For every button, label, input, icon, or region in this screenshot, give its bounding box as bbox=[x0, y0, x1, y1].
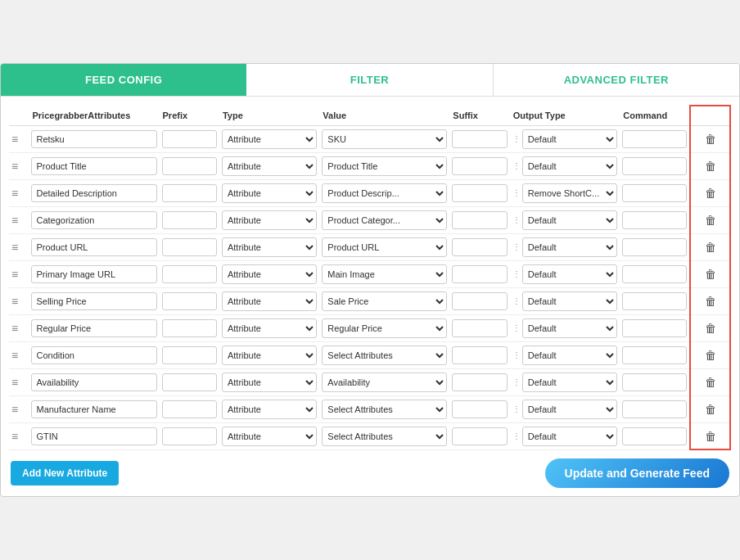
delete-row-button[interactable]: 🗑 bbox=[693, 212, 727, 228]
suffix-input[interactable] bbox=[452, 157, 507, 175]
command-input[interactable] bbox=[622, 211, 687, 229]
command-input[interactable] bbox=[622, 157, 687, 175]
attribute-name-input[interactable] bbox=[31, 211, 156, 229]
value-select[interactable]: SKUProduct TitleProduct Descrip...Produc… bbox=[322, 129, 447, 149]
attribute-name-input[interactable] bbox=[31, 265, 156, 283]
command-input[interactable] bbox=[622, 292, 687, 310]
type-select[interactable]: AttributeStaticAuto bbox=[222, 345, 317, 365]
prefix-input[interactable] bbox=[162, 292, 217, 310]
add-new-attribute-button[interactable]: Add New Attribute bbox=[11, 461, 119, 485]
attribute-name-input[interactable] bbox=[31, 319, 156, 337]
delete-row-button[interactable]: 🗑 bbox=[693, 347, 727, 364]
prefix-input[interactable] bbox=[162, 427, 217, 445]
prefix-input[interactable] bbox=[162, 319, 217, 337]
attribute-name-input[interactable] bbox=[31, 157, 156, 175]
drag-handle[interactable]: ≡ bbox=[9, 314, 29, 341]
drag-handle[interactable]: ≡ bbox=[9, 206, 29, 233]
attribute-name-input[interactable] bbox=[31, 238, 156, 256]
drag-handle[interactable]: ≡ bbox=[9, 179, 29, 206]
output-type-select[interactable]: DefaultRemove ShortC...Custom bbox=[522, 291, 618, 311]
suffix-input[interactable] bbox=[452, 130, 507, 148]
attribute-name-input[interactable] bbox=[31, 427, 156, 445]
type-select[interactable]: AttributeStaticAuto bbox=[222, 427, 317, 446]
suffix-input[interactable] bbox=[452, 265, 507, 283]
type-select[interactable]: AttributeStaticAuto bbox=[222, 183, 317, 203]
delete-row-button[interactable]: 🗑 bbox=[693, 266, 727, 282]
output-type-select[interactable]: DefaultRemove ShortC...Custom bbox=[522, 400, 618, 419]
attribute-name-input[interactable] bbox=[31, 292, 156, 310]
value-select[interactable]: SKUProduct TitleProduct Descrip...Produc… bbox=[322, 318, 447, 338]
tab-feed-config[interactable]: FEED CONFIG bbox=[1, 64, 246, 96]
type-select[interactable]: AttributeStaticAuto bbox=[222, 156, 317, 176]
suffix-input[interactable] bbox=[452, 211, 507, 229]
value-select[interactable]: SKUProduct TitleProduct Descrip...Produc… bbox=[322, 373, 447, 392]
type-select[interactable]: AttributeStaticAuto bbox=[222, 318, 317, 338]
output-type-select[interactable]: DefaultRemove ShortC...Custom bbox=[522, 373, 618, 392]
type-select[interactable]: AttributeStaticAuto bbox=[222, 264, 317, 284]
output-type-select[interactable]: DefaultRemove ShortC...Custom bbox=[522, 427, 618, 446]
type-select[interactable]: AttributeStaticAuto bbox=[222, 291, 317, 311]
prefix-input[interactable] bbox=[162, 211, 217, 229]
type-select[interactable]: AttributeStaticAuto bbox=[222, 129, 317, 149]
suffix-input[interactable] bbox=[452, 184, 507, 202]
value-select[interactable]: SKUProduct TitleProduct Descrip...Produc… bbox=[322, 156, 447, 176]
command-input[interactable] bbox=[622, 346, 687, 364]
output-type-select[interactable]: DefaultRemove ShortC...Custom bbox=[522, 183, 618, 203]
attribute-name-input[interactable] bbox=[31, 373, 156, 391]
drag-handle[interactable]: ≡ bbox=[9, 341, 29, 368]
command-input[interactable] bbox=[622, 427, 687, 445]
output-type-select[interactable]: DefaultRemove ShortC...Custom bbox=[522, 264, 618, 284]
tab-advanced-filter[interactable]: ADVANCED FILTER bbox=[493, 64, 739, 96]
drag-handle[interactable]: ≡ bbox=[9, 233, 29, 260]
drag-handle[interactable]: ≡ bbox=[9, 287, 29, 314]
prefix-input[interactable] bbox=[162, 184, 217, 202]
attribute-name-input[interactable] bbox=[31, 346, 156, 364]
drag-handle[interactable]: ≡ bbox=[9, 368, 29, 395]
command-input[interactable] bbox=[622, 184, 687, 202]
value-select[interactable]: SKUProduct TitleProduct Descrip...Produc… bbox=[322, 210, 447, 230]
command-input[interactable] bbox=[622, 319, 687, 337]
command-input[interactable] bbox=[622, 400, 687, 418]
prefix-input[interactable] bbox=[162, 346, 217, 364]
value-select[interactable]: SKUProduct TitleProduct Descrip...Produc… bbox=[322, 183, 447, 203]
value-select[interactable]: SKUProduct TitleProduct Descrip...Produc… bbox=[322, 427, 447, 446]
type-select[interactable]: AttributeStaticAuto bbox=[222, 373, 317, 392]
update-generate-feed-button[interactable]: Update and Generate Feed bbox=[545, 458, 729, 488]
type-select[interactable]: AttributeStaticAuto bbox=[222, 210, 317, 230]
delete-row-button[interactable]: 🗑 bbox=[693, 293, 727, 309]
prefix-input[interactable] bbox=[162, 238, 217, 256]
delete-row-button[interactable]: 🗑 bbox=[693, 131, 727, 147]
value-select[interactable]: SKUProduct TitleProduct Descrip...Produc… bbox=[322, 237, 447, 257]
suffix-input[interactable] bbox=[452, 400, 507, 418]
output-type-select[interactable]: DefaultRemove ShortC...Custom bbox=[522, 156, 618, 176]
output-type-select[interactable]: DefaultRemove ShortC...Custom bbox=[522, 210, 618, 230]
command-input[interactable] bbox=[622, 373, 687, 391]
prefix-input[interactable] bbox=[162, 130, 217, 148]
suffix-input[interactable] bbox=[452, 373, 507, 391]
output-type-select[interactable]: DefaultRemove ShortC...Custom bbox=[522, 345, 618, 365]
command-input[interactable] bbox=[622, 130, 687, 148]
drag-handle[interactable]: ≡ bbox=[9, 395, 29, 422]
output-type-select[interactable]: DefaultRemove ShortC...Custom bbox=[522, 237, 618, 257]
drag-handle[interactable]: ≡ bbox=[9, 422, 29, 449]
suffix-input[interactable] bbox=[452, 292, 507, 310]
attribute-name-input[interactable] bbox=[31, 184, 156, 202]
command-input[interactable] bbox=[622, 238, 687, 256]
drag-handle[interactable]: ≡ bbox=[9, 152, 29, 179]
attribute-name-input[interactable] bbox=[31, 400, 156, 418]
drag-handle[interactable]: ≡ bbox=[9, 260, 29, 287]
prefix-input[interactable] bbox=[162, 373, 217, 391]
output-type-select[interactable]: DefaultRemove ShortC...Custom bbox=[522, 318, 618, 338]
tab-filter[interactable]: FILTER bbox=[246, 64, 492, 96]
prefix-input[interactable] bbox=[162, 265, 217, 283]
prefix-input[interactable] bbox=[162, 400, 217, 418]
output-type-select[interactable]: DefaultRemove ShortC...Custom bbox=[522, 129, 618, 149]
value-select[interactable]: SKUProduct TitleProduct Descrip...Produc… bbox=[322, 291, 447, 311]
value-select[interactable]: SKUProduct TitleProduct Descrip...Produc… bbox=[322, 400, 447, 419]
value-select[interactable]: SKUProduct TitleProduct Descrip...Produc… bbox=[322, 345, 447, 365]
suffix-input[interactable] bbox=[452, 319, 507, 337]
drag-handle[interactable]: ≡ bbox=[9, 125, 29, 152]
delete-row-button[interactable]: 🗑 bbox=[693, 158, 727, 174]
delete-row-button[interactable]: 🗑 bbox=[693, 428, 727, 445]
attribute-name-input[interactable] bbox=[31, 130, 156, 148]
